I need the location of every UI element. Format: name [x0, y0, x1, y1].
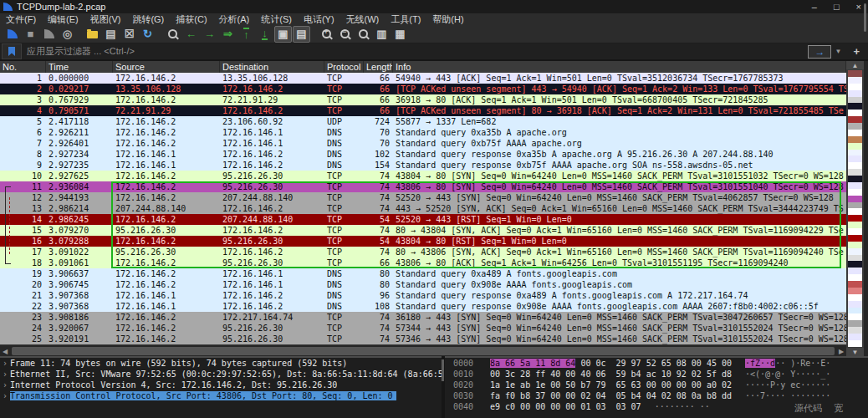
packet-row[interactable]: 92.927235172.16.146.1172.16.146.2DNS154S… — [0, 160, 846, 171]
find-packet-button[interactable] — [164, 26, 181, 43]
packet-row[interactable]: 173.09102295.216.26.30172.16.146.2TCP748… — [0, 247, 846, 257]
detail-row[interactable]: ›Ethernet II, Src: VMware_97:52:65 (00:0… — [0, 369, 442, 380]
zoom-100-button[interactable] — [355, 26, 372, 43]
packet-row[interactable]: 82.927234172.16.146.1172.16.146.2DNS102S… — [0, 149, 846, 160]
column-header-destination[interactable]: Destination — [220, 61, 324, 73]
maximize-button[interactable]: □ — [834, 2, 840, 12]
cell-no: 18 — [0, 257, 46, 268]
menu-item-8[interactable]: 无线(W) — [340, 13, 385, 25]
save-file-button[interactable]: ▤ — [102, 26, 120, 43]
expand-arrow-icon[interactable]: › — [0, 391, 10, 400]
go-forward-button[interactable]: → — [201, 26, 218, 43]
column-header-protocol[interactable]: Protocol — [324, 61, 364, 73]
detail-row[interactable]: ›Frame 11: 74 bytes on wire (592 bits), … — [0, 358, 442, 369]
zoom-in-button[interactable] — [318, 26, 335, 43]
reload-file-button[interactable]: ↻ — [139, 26, 156, 43]
add-filter-button[interactable]: + — [853, 45, 860, 58]
packet-row[interactable]: 20.02921713.35.106.128172.16.146.2TCP66[… — [0, 84, 846, 94]
scroll-right-icon[interactable]: ▶ — [836, 348, 846, 355]
close-button[interactable]: × — [856, 2, 861, 12]
filter-dropdown-caret-icon[interactable]: ▼ — [835, 48, 841, 55]
minimap-stripes[interactable] — [848, 70, 862, 347]
menu-item-10[interactable]: 帮助(H) — [426, 13, 469, 25]
zoom-out-button[interactable] — [336, 26, 354, 43]
horizontal-scrollbar[interactable]: ◀ ▶ — [0, 344, 846, 357]
title-bar[interactable]: TCPDump-lab-2.pcap – □ × — [0, 0, 868, 13]
column-header-source[interactable]: Source — [113, 61, 220, 73]
packet-row[interactable]: 122.944193172.16.146.2207.244.88.140TCP7… — [0, 192, 846, 203]
hex-row[interactable]: 0030fa f0 b8 37 00 00 02 04 05 b4 04 02 … — [445, 390, 868, 401]
packet-row[interactable]: 163.079288172.16.146.295.216.26.30TCP544… — [0, 236, 846, 247]
packet-row[interactable]: 203.906745172.16.146.2172.16.146.1DNS80S… — [0, 279, 846, 290]
menu-item-7[interactable]: 电话(Y) — [298, 13, 340, 25]
scroll-up-icon[interactable]: ▲ — [846, 61, 864, 69]
packet-row[interactable]: 142.986245172.16.146.2207.244.88.140TCP5… — [0, 214, 846, 225]
column-header-info[interactable]: Info — [393, 61, 846, 73]
reset-layout-button[interactable]: ▦ — [391, 26, 409, 43]
packet-row[interactable]: 153.07927095.216.26.30172.16.146.2TCP748… — [0, 225, 846, 236]
packet-row[interactable]: 243.920067172.16.146.295.216.26.30TCP745… — [0, 323, 846, 334]
resize-columns-button[interactable]: ▥ — [373, 26, 391, 43]
menu-item-0[interactable]: 文件(F) — [0, 13, 42, 25]
stop-capture-button[interactable]: ■ — [22, 26, 39, 43]
packet-row[interactable]: 10.000000172.16.146.213.35.106.128TCP665… — [0, 73, 846, 84]
go-to-packet-button[interactable]: ⇒ — [219, 26, 237, 43]
menu-item-2[interactable]: 视图(V) — [84, 13, 127, 25]
apply-filter-button[interactable]: → — [808, 45, 831, 59]
packet-row[interactable]: 132.986214207.244.88.140172.16.146.2TCP7… — [0, 203, 846, 214]
start-capture-button[interactable] — [3, 26, 21, 43]
close-file-button[interactable]: ☒ — [120, 26, 138, 43]
packet-row[interactable]: 223.907368172.16.146.1172.16.146.2DNS108… — [0, 301, 846, 312]
menu-item-1[interactable]: 编辑(E) — [42, 13, 84, 25]
column-header-time[interactable]: Time — [46, 61, 113, 73]
packet-row[interactable]: 40.79057172.21.91.29172.16.146.2TCP66[TC… — [0, 105, 846, 116]
expand-arrow-icon[interactable]: › — [0, 359, 10, 368]
ime-name: 源代码 — [794, 402, 822, 415]
packet-row[interactable]: 102.927625172.16.146.295.216.26.30TCP744… — [0, 171, 846, 181]
horizontal-scroll-thumb[interactable] — [12, 347, 835, 355]
cell-dst: 207.244.88.140 — [220, 192, 324, 203]
packet-row[interactable]: 213.907368172.16.146.1172.16.146.2DNS96S… — [0, 290, 846, 301]
packet-row[interactable]: 52.417118172.16.146.223.106.60.92UDP7245… — [0, 116, 846, 127]
packet-row[interactable]: 253.920191172.16.146.295.216.26.30TCP745… — [0, 334, 846, 344]
go-last-button[interactable]: ↓ — [256, 26, 273, 43]
menu-item-3[interactable]: 跳转(G) — [126, 13, 170, 25]
packet-row[interactable]: 72.926401172.16.146.2172.16.146.1DNS70St… — [0, 138, 846, 149]
menu-item-5[interactable]: 分析(A) — [213, 13, 256, 25]
column-header-no[interactable]: No. — [0, 61, 46, 73]
detail-row[interactable]: ›Transmission Control Protocol, Src Port… — [0, 390, 442, 401]
menu-item-9[interactable]: 工具(T) — [385, 13, 426, 25]
cell-time: 2.927234 — [46, 149, 113, 160]
expand-arrow-icon[interactable]: › — [0, 370, 10, 379]
scroll-down-icon[interactable]: ▼ — [846, 348, 864, 356]
auto-scroll-button[interactable]: ▣ — [274, 26, 292, 43]
hex-pane-scrollbar[interactable] — [442, 359, 444, 381]
packet-row[interactable]: 193.906637172.16.146.2172.16.146.1DNS80S… — [0, 268, 846, 279]
packet-row[interactable]: 183.091061172.16.146.295.216.26.30TCP664… — [0, 257, 846, 268]
minimize-button[interactable]: – — [812, 2, 817, 12]
restart-capture-button[interactable] — [40, 26, 58, 43]
packet-list-minimap-scrollbar[interactable]: ▲ ▼ — [846, 61, 864, 356]
packet-row[interactable]: 112.936084172.16.146.295.216.26.30TCP744… — [0, 181, 846, 192]
scroll-left-icon[interactable]: ◀ — [0, 348, 10, 355]
go-back-button[interactable]: ← — [182, 26, 200, 43]
capture-options-button[interactable]: ◎ — [59, 26, 76, 43]
packet-row[interactable]: 62.926211172.16.146.2172.16.146.1DNS70St… — [0, 127, 846, 138]
hex-row[interactable]: 00201a 1e ab 1e 00 50 b7 79 65 63 00 00 … — [445, 380, 868, 390]
column-header-length[interactable]: Length — [364, 61, 393, 73]
details-scrollbar[interactable] — [864, 3, 866, 32]
hex-row[interactable]: 00008a 66 5a 11 8d 64 00 0c 29 97 52 65 … — [445, 358, 868, 369]
minimap-stripe — [848, 136, 862, 143]
hex-row[interactable]: 001000 3c 28 ff 40 00 40 06 59 b4 ac 10 … — [445, 369, 868, 380]
display-filter-input[interactable]: 应用显示过滤器 ... <Ctrl-/> — [22, 45, 808, 58]
go-first-button[interactable]: ↑ — [237, 26, 255, 43]
menu-item-4[interactable]: 捕获(C) — [170, 13, 212, 25]
colorize-button[interactable]: ▤ — [293, 26, 310, 43]
filter-bookmark-button[interactable] — [2, 43, 22, 59]
menu-item-6[interactable]: 统计(S) — [255, 13, 298, 25]
open-file-button[interactable] — [84, 26, 101, 43]
detail-row[interactable]: ›Internet Protocol Version 4, Src: 172.1… — [0, 380, 442, 390]
packet-row[interactable]: 233.908186172.16.146.2172.217.164.74TCP7… — [0, 312, 846, 323]
packet-row[interactable]: 30.767929172.16.146.272.21.91.29TCP66369… — [0, 94, 846, 105]
expand-arrow-icon[interactable]: › — [0, 380, 10, 390]
